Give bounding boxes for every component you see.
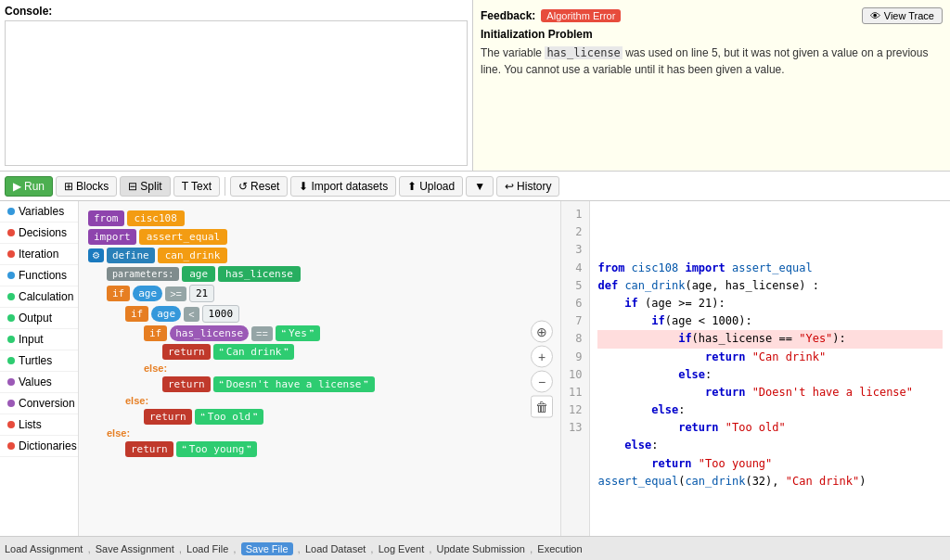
code-line-11: else: bbox=[597, 437, 943, 454]
upload-icon: ⬆ bbox=[407, 180, 417, 193]
console-textarea[interactable] bbox=[5, 20, 468, 166]
status-item-load-assignment[interactable]: Load Assignment bbox=[5, 543, 83, 554]
status-item-save-assignment[interactable]: Save Assignment bbox=[96, 543, 174, 554]
sidebar-dot bbox=[7, 314, 15, 322]
return1-keyword: return bbox=[162, 344, 211, 360]
if3-op[interactable]: == bbox=[251, 326, 273, 341]
return3-val[interactable]: ❝ Too old ❞ bbox=[195, 409, 263, 425]
sidebar-dot bbox=[7, 250, 15, 258]
upload-button[interactable]: ⬆ Upload bbox=[399, 176, 463, 197]
sidebar-dot bbox=[7, 400, 15, 407]
status-separator-4: , bbox=[298, 542, 301, 555]
params-row: parameters: age has_license bbox=[107, 266, 551, 282]
status-item-execution[interactable]: Execution bbox=[537, 543, 582, 554]
line-number-4: 4 bbox=[569, 260, 582, 277]
split-icon: ⊟ bbox=[128, 180, 137, 193]
status-item-load-dataset[interactable]: Load Dataset bbox=[305, 543, 366, 554]
sidebar-item-decisions[interactable]: Decisions bbox=[0, 223, 78, 244]
if2-val[interactable]: 1000 bbox=[202, 305, 240, 323]
block-canvas[interactable]: from cisc108 import assert_equal ⚙ defin… bbox=[79, 201, 560, 536]
view-trace-button[interactable]: 👁 View Trace bbox=[862, 7, 943, 24]
else3-text: else: bbox=[107, 427, 130, 439]
sidebar-item-values[interactable]: Values bbox=[0, 372, 78, 393]
if1-val[interactable]: 21 bbox=[189, 285, 214, 302]
play-icon: ▶ bbox=[13, 180, 21, 193]
code-line-1: from cisc108 import assert_equal bbox=[597, 260, 943, 277]
sidebar-item-turtles[interactable]: Turtles bbox=[0, 350, 78, 372]
module-name[interactable]: cisc108 bbox=[127, 210, 185, 226]
return2-row: return ❝ Doesn't have a license ❞ bbox=[162, 376, 551, 392]
sidebar-item-conversion[interactable]: Conversion bbox=[0, 393, 78, 414]
sidebar-item-dictionaries[interactable]: Dictionaries bbox=[0, 436, 78, 457]
param2[interactable]: has_license bbox=[218, 266, 301, 282]
feedback-label: Feedback: bbox=[481, 9, 535, 22]
status-item-save-file[interactable]: Save File bbox=[241, 542, 293, 555]
sidebar-dot bbox=[7, 272, 15, 279]
if2-var[interactable]: age bbox=[151, 306, 181, 322]
import-name[interactable]: assert_equal bbox=[139, 229, 227, 245]
code-editor[interactable]: 12345678910111213 from cisc108 import as… bbox=[561, 201, 950, 536]
code-line-8: return "Doesn't have a license" bbox=[597, 384, 943, 401]
zoom-in-button[interactable]: + bbox=[531, 345, 553, 367]
sidebar-label: Calculation bbox=[19, 290, 73, 303]
sidebar-item-lists[interactable]: Lists bbox=[0, 414, 78, 436]
if2-op[interactable]: < bbox=[184, 307, 199, 322]
cog-icon: ⚙ bbox=[88, 248, 104, 262]
history-button[interactable]: ↩ History bbox=[496, 176, 559, 197]
sidebar-item-output[interactable]: Output bbox=[0, 308, 78, 329]
if3-var[interactable]: has_license bbox=[170, 325, 249, 341]
sidebar-item-variables[interactable]: Variables bbox=[0, 201, 78, 223]
console-feedback-area: Console: Feedback: Algorithm Error 👁 Vie… bbox=[0, 0, 950, 172]
sidebar-label: Iteration bbox=[19, 248, 58, 261]
if3-val[interactable]: ❝ Yes ❞ bbox=[276, 325, 320, 341]
blocks-icon: ⊞ bbox=[64, 180, 73, 193]
status-item-update-submission[interactable]: Update Submission bbox=[437, 543, 525, 554]
trash-button[interactable]: 🗑 bbox=[531, 395, 553, 417]
code-line-3: if (age >= 21): bbox=[597, 295, 943, 312]
return1-val[interactable]: ❝ Can drink ❞ bbox=[213, 344, 295, 360]
return2-val[interactable]: ❝ Doesn't have a license ❞ bbox=[213, 376, 375, 392]
sidebar-item-iteration[interactable]: Iteration bbox=[0, 244, 78, 265]
text-button[interactable]: T Text bbox=[173, 176, 220, 197]
return4-val[interactable]: ❝ Too young ❞ bbox=[176, 441, 258, 457]
console-panel: Console: bbox=[0, 0, 473, 171]
feedback-header: Feedback: Algorithm Error 👁 View Trace bbox=[481, 7, 943, 24]
sidebar-item-functions[interactable]: Functions bbox=[0, 265, 78, 286]
reset-button[interactable]: ↺ Reset bbox=[230, 176, 288, 197]
zoom-out-button[interactable]: − bbox=[531, 370, 553, 392]
code-line-4: if(age < 1000): bbox=[597, 312, 943, 330]
recenter-button[interactable]: ⊕ bbox=[531, 320, 553, 342]
line-number-12: 12 bbox=[569, 401, 582, 419]
run-button[interactable]: ▶ Run bbox=[5, 176, 53, 197]
split-button[interactable]: ⊟ Split bbox=[120, 176, 170, 197]
status-item-log-event[interactable]: Log Event bbox=[379, 543, 425, 554]
sidebar-item-calculation[interactable]: Calculation bbox=[0, 286, 78, 308]
sidebar-label: Turtles bbox=[19, 354, 52, 367]
from-row: from cisc108 bbox=[88, 210, 551, 226]
parameters-keyword: parameters: bbox=[107, 267, 179, 281]
param1[interactable]: age bbox=[182, 266, 215, 282]
status-separator-7: , bbox=[530, 542, 533, 555]
status-bar: Load Assignment,Save Assignment,Load Fil… bbox=[0, 536, 950, 560]
if1-op[interactable]: >= bbox=[165, 286, 186, 301]
code-line-2: def can_drink(age, has_license) : bbox=[597, 277, 943, 295]
blocks-button[interactable]: ⊞ Blocks bbox=[56, 176, 117, 197]
import-datasets-button[interactable]: ⬇ Import datasets bbox=[290, 176, 396, 197]
return1-row: return ❝ Can drink ❞ bbox=[162, 344, 551, 360]
line-number-10: 10 bbox=[569, 366, 582, 384]
function-name[interactable]: can_drink bbox=[158, 248, 228, 263]
code-content[interactable]: from cisc108 import assert_equaldef can_… bbox=[590, 201, 950, 536]
line-number-6: 6 bbox=[569, 295, 582, 312]
return4-row: return ❝ Too young ❞ bbox=[125, 441, 551, 457]
code-line-13: assert_equal(can_drink(32), "Can drink") bbox=[597, 473, 943, 490]
sidebar-dot bbox=[7, 378, 15, 386]
status-item-load-file[interactable]: Load File bbox=[186, 543, 228, 554]
status-separator-3: , bbox=[233, 542, 236, 555]
if1-var[interactable]: age bbox=[133, 286, 162, 301]
sidebar-item-input[interactable]: Input bbox=[0, 329, 78, 350]
line-number-1: 1 bbox=[569, 206, 582, 223]
dropdown-arrow-button[interactable]: ▼ bbox=[466, 176, 494, 197]
block-editor: from cisc108 import assert_equal ⚙ defin… bbox=[79, 201, 561, 536]
sidebar-dot bbox=[7, 357, 15, 364]
sidebar-dot bbox=[7, 208, 15, 215]
